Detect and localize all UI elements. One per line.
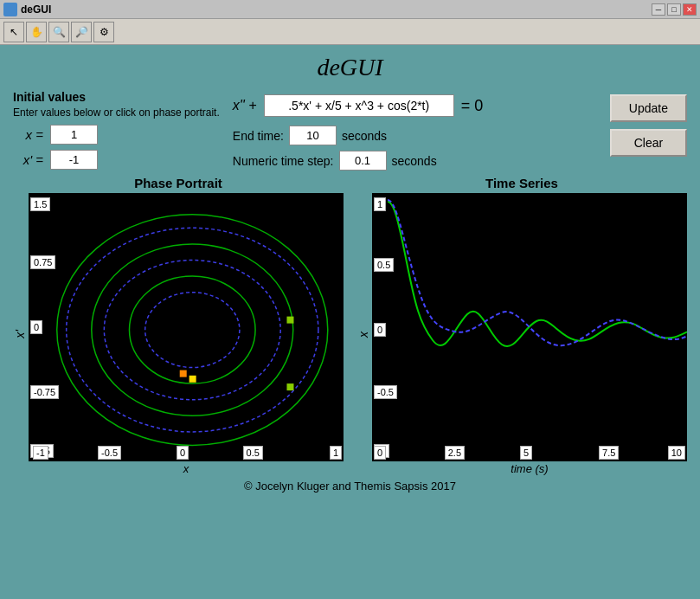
phase-svg bbox=[29, 193, 344, 461]
end-time-unit: seconds bbox=[342, 129, 387, 143]
phase-dot-green-bottom bbox=[286, 383, 293, 390]
phase-ytick-0: 0 bbox=[30, 320, 42, 334]
end-time-input[interactable] bbox=[289, 126, 337, 145]
time-y-axis-label: x bbox=[356, 332, 370, 338]
phase-ytick-1.5: 1.5 bbox=[30, 197, 50, 211]
params-area: End time: seconds Numeric time step: sec… bbox=[233, 126, 597, 171]
phase-y-axis-label: x' bbox=[13, 330, 27, 338]
window-title: deGUI bbox=[21, 3, 51, 16]
x-input[interactable] bbox=[50, 125, 98, 145]
phase-dot-yellow bbox=[189, 376, 196, 383]
app-title: deGUI bbox=[13, 54, 687, 81]
end-time-group: End time: seconds bbox=[233, 126, 597, 145]
toolbar: ↖ ✋ 🔍 🔎 ⚙ bbox=[0, 19, 700, 45]
xprime-input[interactable] bbox=[50, 150, 98, 170]
phase-xtick-0.5: 0.5 bbox=[243, 446, 263, 460]
hand-tool-button[interactable]: ✋ bbox=[26, 22, 47, 42]
time-ytick-0.5: 0.5 bbox=[374, 258, 394, 272]
xprime-input-row: x' = bbox=[13, 150, 220, 170]
time-series-title: Time Series bbox=[356, 176, 687, 190]
phase-plot-area: 1.5 0.75 0 -0.75 -1.5 -1 -0.5 0 0.5 1 bbox=[29, 193, 344, 475]
time-canvas[interactable]: 1 0.5 0 -0.5 -1 0 2.5 5 7.5 10 bbox=[372, 193, 687, 461]
time-step-label: Numeric time step: bbox=[233, 154, 334, 168]
phase-xtick-n0.5: -0.5 bbox=[98, 446, 121, 460]
x-label: x = bbox=[13, 127, 43, 142]
time-xtick-2.5: 2.5 bbox=[445, 446, 465, 460]
x-inputs-area: x = x' = bbox=[13, 125, 220, 170]
update-button[interactable]: Update bbox=[610, 94, 687, 122]
phase-xtick-0: 0 bbox=[177, 446, 189, 460]
phase-ytick-0.75: 0.75 bbox=[30, 255, 55, 269]
time-ytick-1: 1 bbox=[374, 197, 386, 211]
time-xtick-7.5: 7.5 bbox=[599, 446, 619, 460]
phase-portrait-title: Phase Portrait bbox=[13, 176, 344, 190]
time-x-axis-label: time (s) bbox=[372, 462, 687, 475]
svg-point-5 bbox=[145, 293, 240, 368]
time-xtick-10: 10 bbox=[668, 446, 685, 460]
close-button[interactable]: ✕ bbox=[683, 3, 697, 16]
xprime-label: x' = bbox=[13, 152, 43, 167]
title-bar: deGUI ─ □ ✕ bbox=[0, 0, 700, 19]
plots-area: Phase Portrait x' 1.5 0.75 0 -0.75 -1.5 … bbox=[13, 176, 687, 475]
initial-values-description: Enter values below or click on phase por… bbox=[13, 106, 220, 120]
zoom-in-button[interactable]: 🔍 bbox=[48, 22, 69, 42]
time-plot-area: 1 0.5 0 -0.5 -1 0 2.5 5 7.5 10 bbox=[372, 193, 687, 475]
x-input-row: x = bbox=[13, 125, 220, 145]
clear-button[interactable]: Clear bbox=[610, 129, 687, 157]
phase-xtick-1: 1 bbox=[330, 446, 342, 460]
main-content: deGUI Initial values Enter values below … bbox=[0, 45, 700, 599]
time-ytick-0: 0 bbox=[374, 323, 386, 337]
phase-x-axis-label: x bbox=[29, 462, 344, 475]
time-xtick-0: 0 bbox=[374, 446, 386, 460]
time-step-unit: seconds bbox=[392, 154, 437, 168]
zoom-out-button[interactable]: 🔎 bbox=[71, 22, 92, 42]
window-controls: ─ □ ✕ bbox=[652, 3, 697, 16]
phase-ytick-n0.75: -0.75 bbox=[30, 385, 59, 399]
copyright: © Jocelyn Kluger and Themis Sapsis 2017 bbox=[13, 480, 687, 493]
action-buttons: Update Clear bbox=[610, 94, 687, 157]
equation-expression[interactable]: .5*x' + x/5 + x^3 + cos(2*t) bbox=[264, 94, 454, 117]
equation-params-area: x'' + .5*x' + x/5 + x^3 + cos(2*t) = 0 E… bbox=[233, 90, 597, 171]
time-series-container: Time Series x 1 0.5 0 -0.5 -1 0 2.5 5 bbox=[356, 176, 687, 475]
initial-values-heading: Initial values bbox=[13, 90, 220, 104]
time-step-input[interactable] bbox=[339, 151, 387, 171]
svg-point-0 bbox=[57, 215, 328, 446]
minimize-button[interactable]: ─ bbox=[652, 3, 665, 16]
maximize-button[interactable]: □ bbox=[667, 3, 681, 16]
time-step-group: Numeric time step: seconds bbox=[233, 151, 597, 171]
phase-portrait-container: Phase Portrait x' 1.5 0.75 0 -0.75 -1.5 … bbox=[13, 176, 344, 475]
svg-point-1 bbox=[92, 244, 293, 415]
time-svg bbox=[372, 193, 687, 461]
initial-values-panel: Initial values Enter values below or cli… bbox=[13, 90, 220, 170]
end-time-label: End time: bbox=[233, 129, 284, 143]
phase-portrait-wrapper: x' 1.5 0.75 0 -0.75 -1.5 -1 -0.5 0 0.5 bbox=[13, 193, 344, 475]
settings-button[interactable]: ⚙ bbox=[93, 22, 114, 42]
arrow-tool-button[interactable]: ↖ bbox=[3, 22, 24, 42]
app-icon bbox=[3, 3, 17, 16]
equation-lhs: x'' + bbox=[233, 98, 257, 113]
time-series-wrapper: x 1 0.5 0 -0.5 -1 0 2.5 5 7.5 10 bbox=[356, 193, 687, 475]
phase-dot-green-right bbox=[286, 317, 293, 324]
phase-dot-orange bbox=[180, 370, 187, 377]
equation-row: x'' + .5*x' + x/5 + x^3 + cos(2*t) = 0 bbox=[233, 94, 597, 117]
phase-canvas[interactable]: 1.5 0.75 0 -0.75 -1.5 -1 -0.5 0 0.5 1 bbox=[29, 193, 344, 461]
time-xtick-5: 5 bbox=[520, 446, 532, 460]
equation-rhs: = 0 bbox=[461, 97, 484, 115]
time-ytick-n0.5: -0.5 bbox=[374, 385, 397, 399]
phase-xtick-n1: -1 bbox=[33, 446, 48, 460]
